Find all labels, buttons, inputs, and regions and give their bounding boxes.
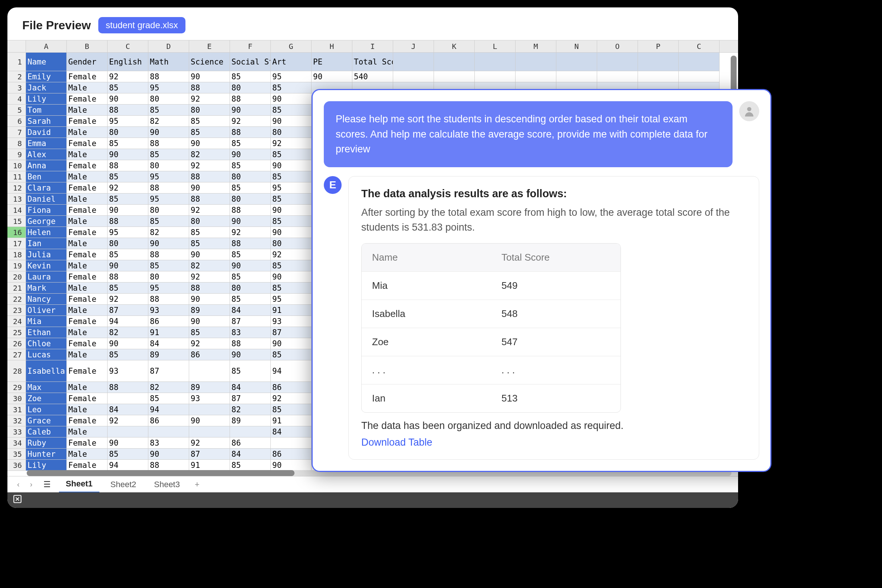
cell[interactable]: 85 [108,194,148,205]
cell[interactable]: 82 [108,327,148,338]
row-number[interactable]: 17 [8,238,26,249]
cell[interactable]: Caleb [26,426,67,438]
cell[interactable]: 86 [271,382,311,393]
cell[interactable]: Total Score [352,52,393,71]
cell[interactable]: 90 [230,149,271,160]
column-header[interactable]: E [189,40,230,52]
cell[interactable] [638,52,679,71]
cell[interactable]: 85 [271,82,311,93]
row-number[interactable]: 5 [8,105,26,116]
cell[interactable] [556,52,597,71]
cell[interactable]: 90 [271,116,311,127]
cell[interactable]: 92 [189,160,230,171]
cell[interactable]: Male [67,82,108,93]
cell[interactable]: 90 [230,260,271,272]
cell[interactable]: 90 [271,272,311,282]
cell[interactable]: 87 [230,316,271,327]
download-link[interactable]: Download Table [361,437,746,448]
cell[interactable]: 95 [148,282,189,294]
cell[interactable]: Mia [26,316,67,327]
cell[interactable]: 84 [271,426,311,438]
column-header[interactable]: D [148,40,189,52]
cell[interactable]: 85 [108,282,148,294]
sheet-tab[interactable]: Sheet3 [147,477,186,492]
cell[interactable]: Female [67,360,108,382]
cell[interactable]: 86 [148,316,189,327]
column-header[interactable]: L [475,40,515,52]
sheets-menu-icon[interactable]: ☰ [40,480,54,489]
cell[interactable]: 92 [271,393,311,404]
cell[interactable]: Male [67,448,108,460]
select-all-corner[interactable] [8,40,26,51]
column-header[interactable]: F [230,40,271,52]
cell[interactable] [434,52,475,71]
cell[interactable] [515,52,556,71]
cell[interactable]: Female [67,316,108,327]
row-number[interactable]: 21 [8,282,26,294]
cell[interactable]: 88 [108,160,148,171]
cell[interactable]: 88 [148,460,189,471]
row-number[interactable]: 25 [8,327,26,338]
cell[interactable]: Alex [26,149,67,160]
cell[interactable]: Laura [26,272,67,282]
cell[interactable]: Male [67,149,108,160]
cell[interactable]: Emily [26,71,67,82]
cell[interactable]: Female [67,93,108,105]
cell[interactable]: 84 [230,305,271,316]
cell[interactable] [108,426,148,438]
cell[interactable]: 90 [230,216,271,227]
cell[interactable]: 80 [148,272,189,282]
cell[interactable]: 92 [230,227,271,238]
cell[interactable]: 95 [271,294,311,305]
cell[interactable]: 85 [271,149,311,160]
cell[interactable]: 92 [108,415,148,426]
cell[interactable]: 92 [230,116,271,127]
cell[interactable]: Mark [26,282,67,294]
cell[interactable]: 85 [271,260,311,272]
cell[interactable]: Lily [26,460,67,471]
cell[interactable]: Male [67,426,108,438]
file-badge[interactable]: student grade.xlsx [98,17,185,33]
cell[interactable]: 93 [189,393,230,404]
cell[interactable]: Female [67,227,108,238]
cell[interactable]: 85 [148,393,189,404]
cell[interactable]: Ethan [26,327,67,338]
cell[interactable]: Max [26,382,67,393]
row-number[interactable]: 33 [8,426,26,438]
cell[interactable]: 85 [189,327,230,338]
cell[interactable]: 84 [230,448,271,460]
cell[interactable]: Science [189,52,230,71]
cell[interactable]: 86 [148,415,189,426]
cell[interactable]: Anna [26,160,67,171]
cell[interactable]: Math [148,52,189,71]
cell[interactable]: 90 [271,93,311,105]
cell[interactable]: 94 [271,360,311,382]
cell[interactable]: 88 [148,138,189,149]
cell[interactable]: Male [67,282,108,294]
cell[interactable]: 94 [108,460,148,471]
row-number[interactable]: 20 [8,272,26,282]
cell[interactable]: 85 [271,194,311,205]
row-number[interactable]: 36 [8,460,26,471]
cell[interactable]: Male [67,194,108,205]
column-header[interactable]: H [311,40,352,52]
cell[interactable]: 90 [189,138,230,149]
cell[interactable]: 91 [189,460,230,471]
cell[interactable]: 88 [148,182,189,194]
cell[interactable]: 85 [189,116,230,127]
cell[interactable]: 94 [148,404,189,415]
cell[interactable]: 85 [271,404,311,415]
cell[interactable] [230,426,271,438]
cell[interactable]: Julia [26,249,67,260]
column-header[interactable]: K [434,40,475,52]
cell[interactable]: Name [26,52,67,71]
cell[interactable]: 92 [189,205,230,216]
cell[interactable]: 80 [108,127,148,138]
sheet-tab[interactable]: Sheet2 [104,477,143,492]
cell[interactable]: 85 [271,171,311,182]
column-header[interactable]: A [26,40,67,52]
cell[interactable]: 90 [189,316,230,327]
cell[interactable]: 85 [230,249,271,260]
cell[interactable]: English [108,52,148,71]
cell[interactable]: 95 [271,71,311,82]
